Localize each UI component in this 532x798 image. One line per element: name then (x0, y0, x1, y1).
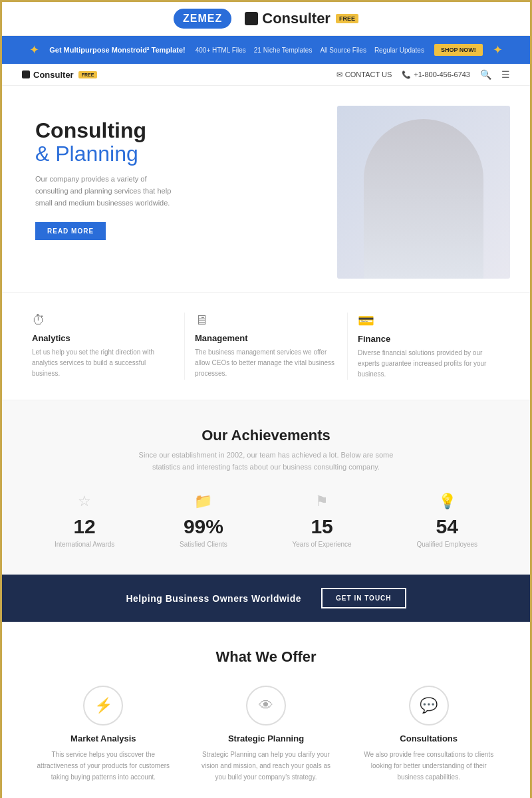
hero-title: Consulting & Planning (35, 119, 235, 166)
promo-item-2: 21 Niche Templates (254, 47, 313, 54)
phone-number: +1-800-456-6743 (414, 70, 470, 78)
analytics-desc: Let us help you set the right direction … (32, 347, 174, 379)
analytics-title: Analytics (32, 333, 174, 343)
analytics-icon: ⏱ (32, 313, 174, 328)
stat-awards: ☆ 12 International Awards (55, 493, 114, 548)
what-offer-section: What We Offer ⚡ Market Analysis This ser… (2, 622, 530, 798)
employees-label: Qualified Employees (416, 541, 477, 548)
cta-banner: Helping Business Owners Worldwide GET IN… (2, 575, 530, 622)
hero-section: Consulting & Planning Our company provid… (2, 86, 530, 292)
promo-item-3: All Source Files (320, 47, 366, 54)
promo-banner: ✦ Get Multipurpose Monstroid² Template! … (2, 36, 530, 64)
finance-icon: 💳 (358, 313, 500, 329)
management-icon: 🖥 (195, 313, 337, 328)
clients-number: 99% (180, 515, 227, 538)
nav-logo-icon (22, 70, 30, 78)
nav-logo: Consulter FREE (22, 70, 97, 80)
stats-row: ☆ 12 International Awards 📁 99% Satisfie… (22, 493, 510, 548)
read-more-button[interactable]: READ MORE (35, 222, 106, 240)
service-management: 🖥 Management The business management ser… (184, 313, 347, 380)
hero-description: Our company provides a variety of consul… (35, 174, 182, 209)
brand-name: Consulter (262, 10, 331, 27)
shop-now-button[interactable]: SHOP NOW! (434, 44, 483, 56)
achievements-title: Our Achievements (22, 427, 510, 444)
site-nav: Consulter FREE ✉ CONTACT US 📞 +1-800-456… (2, 64, 530, 86)
achievements-subtitle: Since our establishment in 2002, our tea… (133, 450, 399, 473)
achievements-section: Our Achievements Since our establishment… (2, 400, 530, 575)
market-analysis-desc: This service helps you discover the attr… (35, 749, 172, 783)
zemez-logo[interactable]: ZEMEZ (174, 9, 231, 29)
hero-title-line1: Consulting (35, 118, 146, 142)
management-title: Management (195, 333, 337, 343)
hero-title-accent: & Planning (35, 142, 138, 166)
experience-number: 15 (293, 515, 352, 538)
market-analysis-icon: ⚡ (83, 686, 123, 726)
consultations-icon: 💬 (409, 686, 449, 726)
nav-logo-text: Consulter (33, 70, 74, 80)
services-strip: ⏱ Analytics Let us help you set the righ… (2, 292, 530, 400)
awards-icon: ☆ (55, 493, 114, 510)
stat-clients: 📁 99% Satisfied Clients (180, 493, 227, 548)
experience-icon: ⚑ (293, 493, 352, 510)
deco-left: ✦ (29, 43, 39, 57)
consulter-brand: Consulter FREE (245, 10, 358, 27)
nav-free-badge: FREE (78, 71, 98, 78)
hero-text: Consulting & Planning Our company provid… (35, 106, 235, 279)
awards-label: International Awards (55, 541, 114, 548)
service-finance: 💳 Finance Diverse financial solutions pr… (347, 313, 510, 380)
clients-label: Satisfied Clients (180, 541, 227, 548)
brand-icon (245, 12, 258, 25)
strategic-planning-desc: Strategic Planning can help you clarify … (198, 749, 334, 783)
finance-desc: Diverse financial solutions provided by … (358, 348, 500, 380)
offer-market-analysis: ⚡ Market Analysis This service helps you… (22, 686, 185, 783)
stat-employees: 💡 54 Qualified Employees (416, 493, 477, 548)
search-icon[interactable]: 🔍 (480, 69, 491, 80)
nav-contact[interactable]: ✉ CONTACT US (336, 70, 392, 79)
nav-right: ✉ CONTACT US 📞 +1-800-456-6743 🔍 ☰ (336, 69, 510, 80)
nav-phone: 📞 +1-800-456-6743 (402, 70, 470, 79)
stat-experience: ⚑ 15 Years of Experience (293, 493, 352, 548)
person-silhouette (364, 119, 483, 279)
consultations-desc: We also provide free consultations to cl… (360, 749, 497, 783)
cta-text: Helping Business Owners Worldwide (126, 593, 301, 604)
employees-number: 54 (416, 515, 477, 538)
hero-person-image (337, 106, 510, 279)
what-offer-title: What We Offer (22, 648, 510, 666)
clients-icon: 📁 (180, 493, 227, 510)
offer-consultations: 💬 Consultations We also provide free con… (347, 686, 510, 783)
strategic-planning-icon: 👁 (246, 686, 286, 726)
offer-strategic-planning: 👁 Strategic Planning Strategic Planning … (185, 686, 348, 783)
phone-icon: 📞 (402, 70, 411, 79)
promo-items: 400+ HTML Files 21 Niche Templates All S… (196, 47, 424, 54)
page-frame: ZEMEZ Consulter FREE ✦ Get Multipurpose … (0, 0, 532, 798)
promo-item-4: Regular Updates (374, 47, 424, 54)
awards-number: 12 (55, 515, 114, 538)
strategic-planning-title: Strategic Planning (198, 733, 334, 743)
offer-cards: ⚡ Market Analysis This service helps you… (22, 686, 510, 783)
employees-icon: 💡 (416, 493, 477, 510)
zemez-bar: ZEMEZ Consulter FREE (2, 2, 530, 36)
get-in-touch-button[interactable]: GET IN TOUCH (321, 588, 406, 608)
menu-icon[interactable]: ☰ (501, 69, 510, 80)
service-analytics: ⏱ Analytics Let us help you set the righ… (22, 313, 184, 380)
management-desc: The business management services we offe… (195, 347, 337, 379)
market-analysis-title: Market Analysis (35, 733, 172, 743)
promo-item-1: 400+ HTML Files (196, 47, 246, 54)
deco-right: ✦ (493, 43, 503, 57)
contact-label: CONTACT US (345, 70, 392, 78)
contact-icon: ✉ (336, 70, 342, 79)
consultations-title: Consultations (360, 733, 497, 743)
free-badge: FREE (336, 14, 358, 23)
hero-image (235, 106, 510, 279)
finance-title: Finance (358, 334, 500, 344)
experience-label: Years of Experience (293, 541, 352, 548)
promo-text: Get Multipurpose Monstroid² Template! (49, 46, 186, 54)
